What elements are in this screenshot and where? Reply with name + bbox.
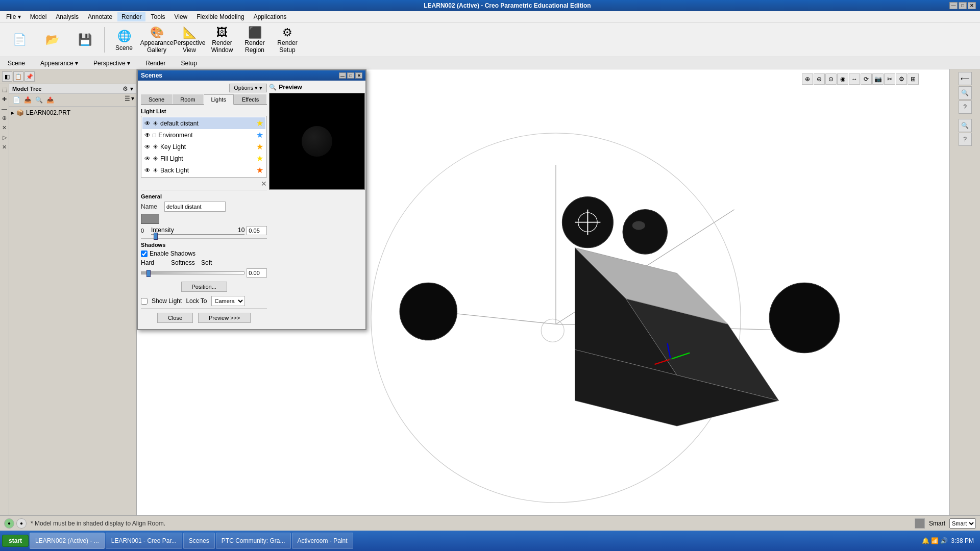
light-item-back[interactable]: 👁 ☀ Back Light ★ — [142, 164, 265, 176]
status-icon-1[interactable]: ● — [4, 518, 14, 529]
menu-annotate[interactable]: Annotate — [84, 12, 116, 21]
taskbar-item-5[interactable]: Activeroom - Paint — [292, 533, 353, 549]
smart-select[interactable]: Smart — [949, 518, 976, 529]
tree-btn-4[interactable]: 📤 — [45, 95, 55, 105]
name-input[interactable] — [164, 202, 226, 212]
menu-applications[interactable]: Applications — [250, 12, 291, 21]
taskbar-item-2[interactable]: LEARN001 - Creo Par... — [106, 533, 182, 549]
dialog-maximize[interactable]: □ — [347, 72, 354, 79]
intensity-value-input[interactable] — [247, 226, 267, 235]
menu-flexible[interactable]: Flexible Modeling — [192, 12, 248, 21]
toolbar-render-setup[interactable]: ⚙ Render Setup — [272, 25, 303, 55]
dialog-close-x[interactable]: ✕ — [355, 72, 362, 79]
close-btn[interactable]: ✕ — [968, 2, 976, 9]
lv-icon-4[interactable]: ⊕ — [1, 114, 8, 122]
position-button[interactable]: Position... — [181, 282, 227, 292]
taskbar-item-3[interactable]: Scenes — [183, 533, 215, 549]
vp-zoom-in[interactable]: ⊕ — [802, 73, 813, 85]
lv-icon-6[interactable]: ▷ — [2, 133, 8, 142]
tab-lights[interactable]: Lights — [204, 94, 234, 105]
model-icon[interactable] — [915, 518, 925, 529]
tree-item[interactable]: ▸ 📦 LEARN002.PRT — [11, 109, 134, 117]
tree-btn-1[interactable]: 📄 — [11, 95, 21, 105]
tab-scene[interactable]: Scene — [141, 94, 172, 104]
vp-zoom-out[interactable]: ⊖ — [814, 73, 825, 85]
toolbar-render-window[interactable]: 🖼 Render Window — [207, 25, 237, 55]
toolbar-render-region[interactable]: ⬛ Render Region — [239, 25, 270, 55]
rp-help[interactable]: ? — [959, 133, 972, 146]
vp-settings[interactable]: ⚙ — [896, 73, 907, 85]
vp-pan[interactable]: ↔ — [849, 73, 860, 85]
vp-rotate[interactable]: ⟳ — [861, 73, 872, 85]
lv-icon-7[interactable]: ✕ — [1, 143, 8, 152]
intensity-slider-thumb[interactable] — [154, 233, 158, 240]
sub-appearance[interactable]: Appearance — [35, 58, 84, 68]
preview-button[interactable]: Preview >>> — [198, 313, 251, 323]
softness-slider-thumb[interactable] — [146, 270, 151, 277]
toolbar-scene[interactable]: 🌐 Scene — [109, 25, 139, 55]
sub-render[interactable]: Render — [140, 58, 171, 68]
light-item-key[interactable]: 👁 ☀ Key Light ★ — [142, 141, 265, 153]
dialog-controls[interactable]: — □ ✕ — [339, 72, 362, 79]
tree-btn-2[interactable]: 📥 — [22, 95, 33, 105]
vp-cut[interactable]: ✂ — [884, 73, 895, 85]
tree-btn-3[interactable]: 🔍 — [34, 95, 44, 105]
menu-file[interactable]: File ▾ — [2, 12, 25, 21]
vp-zoom-fit[interactable]: ⊙ — [825, 73, 837, 85]
tree-dropdown-icon[interactable]: ▾ — [130, 85, 133, 92]
lv-icon-2[interactable]: ✚ — [1, 95, 8, 104]
menu-model[interactable]: Model — [26, 12, 51, 21]
vp-grid[interactable]: ⊞ — [908, 73, 919, 85]
vp-camera[interactable]: ◉ — [837, 73, 848, 85]
sub-setup[interactable]: Setup — [176, 58, 203, 68]
softness-slider-track[interactable] — [141, 271, 244, 274]
status-icon-2[interactable]: ● — [16, 518, 27, 529]
lock-to-select[interactable]: Camera World — [211, 296, 245, 306]
close-button[interactable]: Close — [157, 313, 193, 323]
menu-render[interactable]: Render — [117, 12, 145, 21]
rp-search[interactable]: 🔍 — [959, 119, 972, 132]
window-controls[interactable]: — □ ✕ — [949, 2, 976, 9]
tree-settings-icon[interactable]: ⚙ — [122, 85, 128, 92]
sidebar-icon-2[interactable]: 📋 — [13, 71, 23, 82]
intensity-slider-track[interactable] — [151, 234, 244, 235]
rp-btn-3[interactable]: ? — [959, 101, 972, 114]
light-color-swatch[interactable] — [141, 214, 159, 224]
lv-icon-1[interactable]: ⬚ — [1, 85, 8, 94]
light-item-default-distant[interactable]: 👁 ☀ default distant ★ — [142, 117, 265, 129]
menu-analysis[interactable]: Analysis — [52, 12, 83, 21]
toolbar-appearance-gallery[interactable]: 🎨 Appearance Gallery — [141, 25, 172, 55]
rp-btn-1[interactable]: ⟵ — [959, 72, 972, 85]
light-remove-btn[interactable]: ✕ — [261, 180, 267, 188]
toolbar-save[interactable]: 💾 — [69, 25, 100, 55]
menu-tools[interactable]: Tools — [146, 12, 169, 21]
toolbar-new[interactable]: 📄 — [4, 25, 35, 55]
show-light-checkbox[interactable] — [141, 298, 148, 305]
taskbar-item-1[interactable]: LEARN002 (Active) - ... — [30, 533, 105, 549]
toolbar-open[interactable]: 📂 — [37, 25, 67, 55]
options-button[interactable]: Options ▾ — [229, 84, 267, 92]
tree-sort-icon[interactable]: ▾ — [131, 95, 134, 105]
rp-btn-2[interactable]: 🔍 — [959, 86, 972, 99]
tab-room[interactable]: Room — [173, 94, 203, 104]
maximize-btn[interactable]: □ — [959, 2, 967, 9]
tab-effects[interactable]: Effects — [234, 94, 266, 104]
tree-view-icon[interactable]: ☰ — [125, 95, 130, 105]
softness-value-input[interactable] — [247, 268, 267, 278]
sub-perspective[interactable]: Perspective — [88, 58, 136, 68]
lv-icon-5[interactable]: ✕ — [1, 123, 8, 132]
vp-screenshot[interactable]: 📷 — [872, 73, 884, 85]
light-item-fill[interactable]: 👁 ☀ Fill Light ★ — [142, 153, 265, 164]
taskbar-item-4[interactable]: PTC Community: Gra... — [216, 533, 291, 549]
light-item-environment[interactable]: 👁 □ Environment ★ — [142, 129, 265, 141]
lv-icon-3[interactable]: — — [1, 105, 8, 113]
sub-scene[interactable]: Scene — [2, 58, 31, 68]
sidebar-icon-3[interactable]: 📌 — [24, 71, 35, 82]
menu-view[interactable]: View — [170, 12, 191, 21]
sidebar-icon-1[interactable]: ◧ — [2, 71, 12, 82]
toolbar-perspective-view[interactable]: 📐 Perspective View — [174, 25, 205, 55]
minimize-btn[interactable]: — — [949, 2, 958, 9]
start-button[interactable]: start — [2, 535, 29, 547]
dialog-minimize[interactable]: — — [339, 72, 346, 79]
enable-shadows-checkbox[interactable] — [141, 251, 148, 257]
